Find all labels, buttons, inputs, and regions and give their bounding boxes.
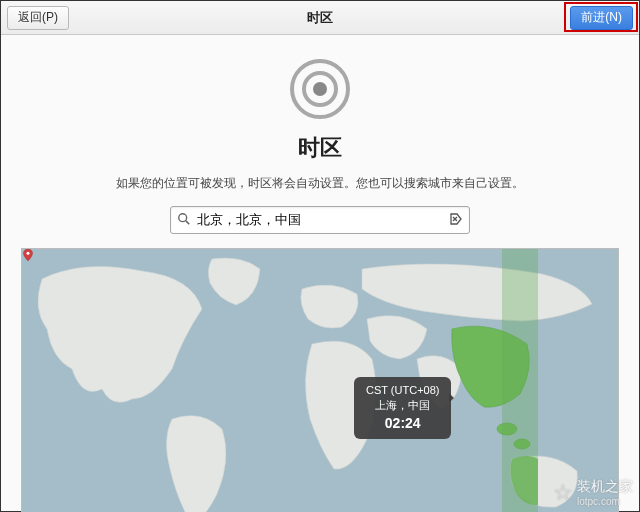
search-icon [177,212,191,226]
page-heading: 时区 [1,133,639,163]
tooltip-time: 02:24 [366,414,439,433]
svg-point-6 [27,252,30,255]
city-search-input[interactable] [170,206,470,234]
tooltip-city: 上海，中国 [366,398,439,413]
search-row [170,206,470,234]
timezone-band-utc+08 [502,249,538,512]
back-button[interactable]: 返回(P) [7,6,69,30]
svg-line-1 [186,221,189,224]
timezone-target-icon [290,59,350,119]
page-subtext: 如果您的位置可被发现，时区将会自动设置。您也可以搜索城市来自己设置。 [1,175,639,192]
tooltip-tz-label: CST (UTC+08) [366,383,439,398]
next-button[interactable]: 前进(N) [570,6,633,30]
timezone-setup-window: 返回(P) 时区 前进(N) 时区 如果您的位置可被发现，时区将会自动设置。您也… [0,0,640,512]
window-title: 时区 [307,9,333,27]
clear-input-icon[interactable] [448,211,464,227]
timezone-tooltip: CST (UTC+08) 上海，中国 02:24 [354,377,451,439]
svg-point-0 [179,214,187,222]
world-map[interactable]: CST (UTC+08) 上海，中国 02:24 [21,248,619,512]
content-area: 时区 如果您的位置可被发现，时区将会自动设置。您也可以搜索城市来自己设置。 [1,35,639,512]
titlebar: 返回(P) 时区 前进(N) [1,1,639,35]
location-pin-icon [22,249,34,261]
